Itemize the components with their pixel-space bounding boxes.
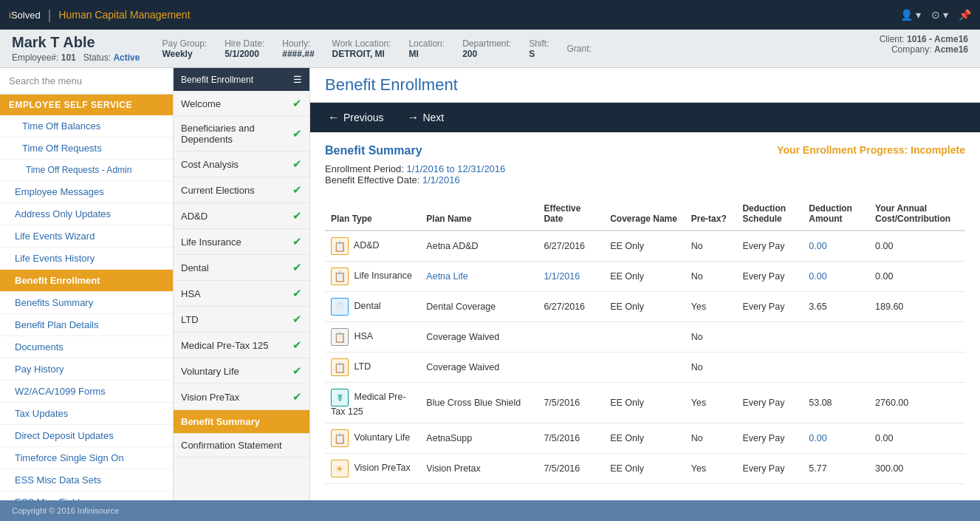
cell-plan-name: Vision Pretax [420, 454, 538, 484]
cell-plan-type: ☀ Vision PreTax [325, 454, 420, 484]
cell-annual-cost: 0.00 [869, 231, 965, 262]
cell-plan-type: 📋 HSA [325, 322, 420, 353]
sidebar-item-tax-updates[interactable]: Tax Updates [0, 403, 173, 425]
top-bar: iSolved | Human Capital Management 👤 ▾ ⊙… [0, 0, 980, 30]
sidebar-item-time-off-requests[interactable]: Time Off Requests [0, 137, 173, 160]
sidebar-item-ess-misc-fields[interactable]: ESS Misc Fields [0, 491, 173, 500]
employee-name-section: Mark T Able Employee#: 101 Status: Activ… [12, 34, 140, 63]
grant-field: Grant: [567, 44, 592, 54]
department-field: Department: 200 [462, 38, 511, 59]
previous-button[interactable]: ← Previous [322, 109, 389, 126]
col-header-plan-type: Plan Type [325, 197, 420, 231]
wizard-step-add[interactable]: AD&D ✔ [174, 203, 309, 229]
plan-icon: 📋 [331, 358, 349, 376]
sidebar-item-pay-history[interactable]: Pay History [0, 358, 173, 381]
help-icon[interactable]: ⊙ ▾ [931, 9, 948, 21]
pin-icon[interactable]: 📌 [959, 9, 971, 21]
cell-eff-date [538, 322, 604, 353]
cell-pretax: Yes [685, 454, 737, 484]
pay-group-field: Pay Group: Weekly [162, 38, 207, 59]
location-field: Location: MI [408, 38, 445, 59]
cell-plan-name: Coverage Waived [420, 353, 538, 383]
wizard-step-ltd[interactable]: LTD ✔ [174, 307, 309, 333]
cell-ded-amt: 5.77 [803, 454, 869, 484]
cell-ded-sched: Every Pay [736, 423, 803, 454]
wizard-step-voluntary-life[interactable]: Voluntary Life ✔ [174, 358, 309, 384]
sidebar-item-benefit-plan-details[interactable]: Benefit Plan Details [0, 314, 173, 336]
table-row[interactable]: 📋 AD&D Aetna AD&D 6/27/2016 EE Only No E… [325, 231, 965, 262]
app-title: Human Capital Management [58, 9, 190, 21]
sidebar-item-direct-deposit[interactable]: Direct Deposit Updates [0, 425, 173, 447]
sidebar-item-w2-forms[interactable]: W2/ACA/1099 Forms [0, 381, 173, 403]
hourly-field: Hourly: ####.## [282, 38, 314, 59]
wizard-step-medical[interactable]: Medical Pre-Tax 125 ✔ [174, 333, 309, 358]
cell-eff-date: 7/5/2016 [538, 423, 604, 454]
cell-annual-cost: 0.00 [869, 423, 965, 454]
col-header-plan-name: Plan Name [420, 197, 538, 231]
cell-eff-date: 7/5/2016 [538, 383, 604, 423]
sidebar: Search the menu EMPLOYEE SELF SERVICE Ti… [0, 68, 174, 500]
table-row[interactable]: ☀ Vision PreTax Vision Pretax 7/5/2016 E… [325, 454, 965, 484]
cell-ded-sched: Every Pay [736, 231, 803, 262]
sidebar-item-address-only-updates[interactable]: Address Only Updates [0, 203, 173, 225]
wizard-step-hsa[interactable]: HSA ✔ [174, 281, 309, 307]
wizard-step-cost-analysis[interactable]: Cost Analysis ✔ [174, 151, 309, 177]
wizard-step-beneficiaries[interactable]: Beneficiaries and Dependents ✔ [174, 117, 309, 151]
sidebar-item-timeforce[interactable]: Timeforce Single Sign On [0, 447, 173, 469]
cell-plan-type: 📋 LTD [325, 353, 420, 383]
cell-eff-date [538, 353, 604, 383]
cell-annual-cost: 189.60 [869, 292, 965, 322]
employee-header: Mark T Able Employee#: 101 Status: Activ… [0, 30, 980, 68]
sidebar-item-benefits-summary[interactable]: Benefits Summary [0, 292, 173, 314]
wizard-title: Benefit Enrollment [181, 75, 253, 85]
nav-buttons: ← Previous → Next [310, 103, 980, 132]
wizard-step-dental[interactable]: Dental ✔ [174, 255, 309, 281]
enrollment-progress: Your Enrollment Progress: Incomplete [777, 144, 965, 156]
wizard-step-vision[interactable]: Vision PreTax ✔ [174, 384, 309, 410]
cell-plan-name: Blue Cross Blue Shield [420, 383, 538, 423]
cell-coverage-name [604, 353, 685, 383]
sidebar-item-benefit-enrollment[interactable]: Benefit Enrollment [0, 270, 173, 292]
col-header-annual-cost: Your AnnualCost/Contribution [869, 197, 965, 231]
plan-icon: 📋 [331, 237, 349, 255]
copyright-text: Copyright © 2016 Infinisource [12, 506, 119, 515]
sidebar-item-life-events-wizard[interactable]: Life Events Wizard [0, 225, 173, 248]
cell-annual-cost: 2760.00 [869, 383, 965, 423]
wizard-step-benefit-summary[interactable]: Benefit Summary [174, 410, 309, 434]
cell-ded-sched: Every Pay [736, 262, 803, 292]
cell-ded-amt [803, 353, 869, 383]
cell-ded-amt [803, 322, 869, 353]
ess-section-label: EMPLOYEE SELF SERVICE [0, 95, 173, 115]
cell-annual-cost: 0.00 [869, 262, 965, 292]
table-row[interactable]: 📋 Life Insurance Aetna Life 1/1/2016 EE … [325, 262, 965, 292]
next-button[interactable]: → Next [401, 109, 450, 126]
wizard-step-confirmation[interactable]: Confirmation Statement [174, 434, 309, 457]
employee-sub: Employee#: 101 Status: Active [12, 52, 140, 63]
sidebar-item-time-off-balances[interactable]: Time Off Balances [0, 115, 173, 137]
wizard-panel: Benefit Enrollment ☰ Welcome ✔ Beneficia… [174, 68, 310, 500]
sidebar-item-documents[interactable]: Documents [0, 336, 173, 358]
cell-coverage-name: EE Only [604, 292, 685, 322]
table-row[interactable]: 📋 HSA Coverage Waived No [325, 322, 965, 353]
cell-pretax: No [685, 262, 737, 292]
table-row[interactable]: 🦷 Dental Dental Coverage 6/27/2016 EE On… [325, 292, 965, 322]
wizard-step-current-elections[interactable]: Current Elections ✔ [174, 177, 309, 203]
cell-coverage-name: EE Only [604, 423, 685, 454]
table-row[interactable]: 📋 LTD Coverage Waived No [325, 353, 965, 383]
sidebar-item-time-off-requests-admin[interactable]: Time Off Requests - Admin [0, 160, 173, 181]
cell-eff-date: 1/1/2016 [538, 262, 604, 292]
cell-pretax: Yes [685, 292, 737, 322]
user-icon[interactable]: 👤 ▾ [900, 9, 921, 21]
cell-ded-amt: 0.00 [803, 231, 869, 262]
sidebar-item-life-events-history[interactable]: Life Events History [0, 248, 173, 270]
cell-eff-date: 6/27/2016 [538, 231, 604, 262]
sidebar-item-ess-misc-data-sets[interactable]: ESS Misc Data Sets [0, 469, 173, 491]
hamburger-icon[interactable]: ☰ [293, 74, 302, 85]
wizard-step-welcome[interactable]: Welcome ✔ [174, 91, 309, 117]
search-menu-label[interactable]: Search the menu [0, 68, 173, 95]
table-row[interactable]: ☤ Medical Pre-Tax 125 Blue Cross Blue Sh… [325, 383, 965, 423]
sidebar-item-employee-messages[interactable]: Employee Messages [0, 181, 173, 203]
table-row[interactable]: 📋 Voluntary Life AetnaSupp 7/5/2016 EE O… [325, 423, 965, 454]
wizard-step-life-insurance[interactable]: Life Insurance ✔ [174, 229, 309, 255]
footer: Copyright © 2016 Infinisource [0, 500, 980, 521]
